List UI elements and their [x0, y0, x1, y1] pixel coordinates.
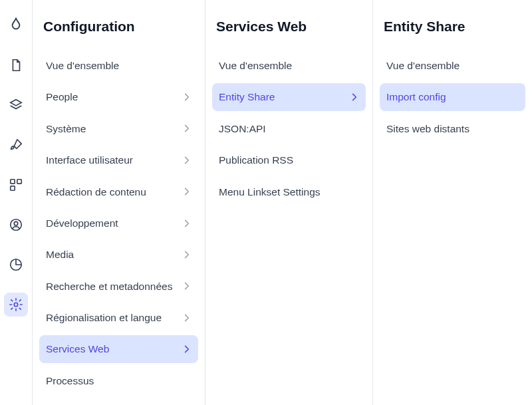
iconbar [0, 0, 32, 405]
menu-item-development[interactable]: Développement [39, 209, 198, 237]
column-configuration: Configuration Vue d'ensemble People Syst… [32, 0, 205, 405]
menu-item-ui[interactable]: Interface utilisateur [39, 146, 198, 174]
menu-item-overview[interactable]: Vue d'ensemble [380, 52, 525, 79]
chevron-right-icon [182, 156, 192, 165]
menu-item-label: Services Web [46, 342, 182, 355]
settings-gear-icon[interactable] [4, 293, 28, 317]
menu-item-label: Régionalisation et langue [46, 311, 182, 324]
menu: Vue d'ensemble People Système Interface … [33, 52, 205, 394]
menu-item-label: Rédaction de contenu [46, 186, 182, 198]
menu-item-entity-share[interactable]: Entity Share [212, 83, 366, 110]
menu-item-rss-publishing[interactable]: Publication RSS [212, 146, 366, 174]
menu-item-jsonapi[interactable]: JSON:API [212, 115, 366, 142]
menu-item-label: Interface utilisateur [46, 154, 182, 166]
user-circle-icon[interactable] [4, 213, 28, 237]
menu-item-label: People [46, 90, 182, 103]
menu-item-system[interactable]: Système [39, 115, 198, 142]
menu-item-regional-language[interactable]: Régionalisation et langue [39, 304, 198, 331]
menu-item-label: Vue d'ensemble [46, 59, 192, 72]
menu-item-label: Développement [46, 217, 182, 229]
menu-item-overview[interactable]: Vue d'ensemble [39, 52, 198, 79]
paintbrush-icon[interactable] [4, 133, 28, 157]
menu-item-media[interactable]: Media [39, 241, 198, 268]
menu: Vue d'ensemble Entity Share JSON:API Pub… [205, 52, 372, 205]
blocks-icon[interactable] [4, 173, 28, 197]
column-title: Configuration [33, 13, 205, 52]
menu-item-import-config[interactable]: Import config [380, 83, 525, 110]
menu-item-label: Sites web distants [386, 122, 519, 135]
menu-item-label: Publication RSS [219, 154, 359, 166]
menu-item-content-authoring[interactable]: Rédaction de contenu [39, 178, 198, 205]
layers-icon[interactable] [4, 93, 28, 117]
menu-item-label: Menu Linkset Settings [219, 186, 359, 198]
column-web-services: Services Web Vue d'ensemble Entity Share… [205, 0, 372, 405]
menu-item-label: Processus [46, 374, 192, 387]
menu-item-remote-websites[interactable]: Sites web distants [380, 115, 525, 142]
menu-item-people[interactable]: People [39, 83, 198, 110]
document-icon[interactable] [4, 53, 28, 77]
menu-item-workflow[interactable]: Processus [39, 367, 198, 394]
menu-item-label: Vue d'ensemble [386, 59, 519, 72]
chevron-right-icon [182, 344, 192, 354]
menu-item-label: Vue d'ensemble [219, 59, 359, 72]
column-entity-share: Entity Share Vue d'ensemble Import confi… [372, 0, 532, 405]
column-title: Services Web [205, 13, 372, 52]
chevron-right-icon [182, 187, 192, 196]
menu: Vue d'ensemble Import config Sites web d… [373, 52, 532, 142]
menu-item-label: Recherche et metadonnées [46, 280, 182, 293]
chevron-right-icon [182, 219, 192, 228]
app-root: Configuration Vue d'ensemble People Syst… [0, 0, 532, 405]
menu-item-label: JSON:API [219, 122, 359, 135]
chevron-right-icon [182, 92, 192, 102]
column-title: Entity Share [373, 13, 532, 52]
drupal-icon[interactable] [4, 13, 28, 37]
chevron-right-icon [182, 250, 192, 259]
menu-item-web-services[interactable]: Services Web [39, 335, 198, 362]
menu-item-search-metadata[interactable]: Recherche et metadonnées [39, 273, 198, 300]
menu-item-label: Media [46, 248, 182, 261]
menu-item-label: Entity Share [219, 90, 350, 103]
chevron-right-icon [182, 124, 192, 133]
chevron-right-icon [182, 281, 192, 291]
menu-item-overview[interactable]: Vue d'ensemble [212, 52, 366, 79]
menu-item-menu-linkset[interactable]: Menu Linkset Settings [212, 178, 366, 205]
chevron-right-icon [350, 92, 359, 102]
chevron-right-icon [182, 313, 192, 323]
chart-pie-icon[interactable] [4, 253, 28, 277]
menu-item-label: Import config [386, 90, 519, 103]
menu-item-label: Système [46, 122, 182, 135]
